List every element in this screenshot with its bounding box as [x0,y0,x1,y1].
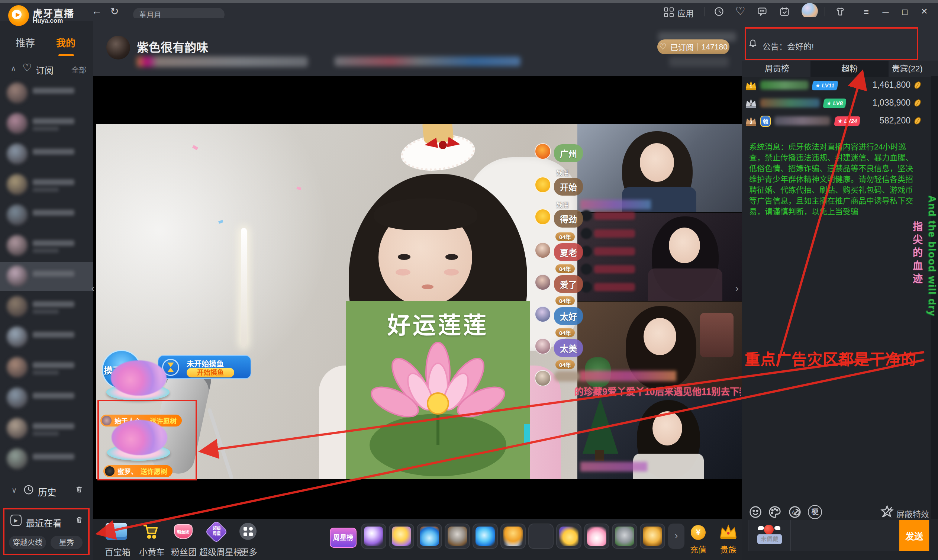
sidebar-stream-item[interactable] [0,231,93,260]
stream-avatar-blurred [7,235,28,256]
huya-logo-icon[interactable] [8,5,29,26]
sidebar-stream-item[interactable] [0,109,93,138]
rank-row-1[interactable]: 1 ★ LV11 1,461,800 [742,77,931,94]
noble-crown-icon[interactable] [719,523,738,540]
gift-slot-love-letter[interactable] [584,523,609,549]
sidebar-stream-item[interactable] [0,292,93,321]
collapse-chevron-icon[interactable]: ∧ [9,64,18,73]
more-tools-icon[interactable] [240,523,257,540]
yellow-cart-label[interactable]: 小黄车 [139,545,165,558]
fans-club-label[interactable]: 粉丝团 [171,545,197,558]
sidebar-collapse-handle[interactable]: ‹ [89,282,97,294]
stream-title: 紫色很有韵味 [137,38,208,55]
system-message: 系统消息：虎牙依法对直播内容进行24小时巡查，禁止传播违法违规、封建迷信、暴力血… [749,141,917,217]
fish-status-panel: 未开始摸鱼 开始摸鱼 [158,355,251,379]
gift-slot-rocket-pen[interactable] [528,523,554,549]
subscribe-all-link[interactable]: 全部 [71,64,86,75]
announcement-bell-icon [748,38,758,49]
sidebar-stream-item[interactable] [0,445,93,474]
start-fishing-button[interactable]: 开始摸鱼 [187,368,234,377]
watch-history-icon[interactable] [714,6,724,17]
guild-shield-badge: 领 [760,115,771,127]
sidebar-stream-item[interactable] [0,201,93,230]
more-tools-label[interactable]: 更多 [240,545,257,558]
apps-label[interactable]: 应用 [677,7,694,18]
fans-club-icon-text: 粉丝团 [177,529,190,535]
tab-mine[interactable]: 我的 [56,35,75,49]
sidebar-stream-item[interactable] [0,323,93,352]
super-week-star-label[interactable]: 超级周星榜 [199,545,242,558]
messages-icon[interactable] [757,6,767,17]
announcement-text: 公告：会好的! [763,40,814,52]
panel-collapse-handle[interactable]: › [733,282,741,294]
rank-row-2[interactable]: 2 ★ LV8 1,038,900 [742,95,931,112]
streamer-avatar[interactable] [106,36,130,60]
gift-slot-gold-bull[interactable] [500,523,526,549]
sidebar-stream-item[interactable] [0,262,93,291]
fans-club-icon[interactable]: 粉丝团 [174,524,192,539]
history-trash-icon[interactable] [75,485,83,494]
gift-banner-user: 蜜罗、 [117,466,138,476]
stream-name-blurred [33,240,74,246]
level-star: ★ [837,118,843,124]
sidebar-stream-item[interactable] [0,140,93,169]
treasure-chest-label[interactable]: 百宝箱 [105,545,131,558]
badge-not-worn-label: 未佩戴 [757,534,782,544]
recent-trash-icon[interactable] [75,515,83,524]
gift-slot-gold-fish[interactable] [640,523,665,549]
tab-super-fans[interactable]: 超粉 [827,61,872,77]
chat-avatar-tiger [535,209,551,225]
favorites-heart-icon[interactable]: ♡ [734,5,747,17]
stream-avatar-blurred [7,326,28,347]
recent-label[interactable]: 最近在看 [26,516,62,529]
history-expand-chevron-icon[interactable]: ∨ [10,486,18,495]
noble-label[interactable]: 贵族 [720,543,737,555]
close-button[interactable]: × [916,4,932,18]
send-button[interactable]: 发送 [900,520,929,551]
history-label[interactable]: 历史 [38,485,57,498]
recent-tag-crossfire[interactable]: 穿越火线 [9,536,46,549]
recent-tag-xingxiu[interactable]: 星秀 [51,536,83,549]
treasure-chest-icon[interactable] [106,523,127,540]
bronze-crown-icon: 3 [745,115,757,127]
gift-next-arrow[interactable]: › [668,523,684,549]
recharge-label[interactable]: 充值 [690,543,706,555]
chat-avatar-user [535,338,551,354]
subscribed-button[interactable]: ♡ 已订阅 147180 [657,39,729,54]
subscriber-count: 147180 [701,42,727,51]
refresh-icon[interactable]: ↻ [107,5,122,17]
back-icon[interactable]: ← [89,5,104,17]
sidebar-stream-item[interactable] [0,79,93,108]
tab-recommend[interactable]: 推荐 [15,35,35,49]
gift-slot-sleepy-moon[interactable] [556,523,581,549]
chat-bubble: 广州 [554,144,583,162]
sidebar-stream-item[interactable] [0,414,93,443]
week-star-rank-badge[interactable]: 周星榜 [330,528,357,548]
emoji-smiley-icon[interactable] [748,505,763,519]
gift-slot-magnet-gold[interactable] [389,523,414,549]
gift-slot-storm-dragon[interactable] [472,523,498,549]
fan-badge-slot[interactable]: 未佩戴 [748,520,791,551]
gift-slot-magnet-purple[interactable] [361,523,386,549]
block-effects-star-icon[interactable] [880,505,894,519]
gift-slot-ice-shield[interactable] [417,523,442,549]
recharge-yuan-icon[interactable]: ¥ [691,525,706,540]
font-style-icon[interactable]: A [788,505,802,519]
calendar-check-icon[interactable] [779,6,790,17]
rank-row-3[interactable]: 3 领 ★ LV24 582,200 [742,113,931,130]
gift-slot-hammer[interactable] [444,523,470,549]
sidebar-stream-item[interactable] [0,353,93,382]
tab-week-contribution[interactable]: 周贡榜 [753,61,801,77]
palette-sticker-icon[interactable] [768,505,782,519]
dress-up-shirt-icon[interactable] [835,6,846,17]
sidebar-stream-item[interactable] [0,384,93,413]
gift-slot-stone[interactable] [612,523,637,549]
apps-grid-icon[interactable] [664,8,674,17]
sidebar-stream-item[interactable] [0,170,93,199]
tab-vip[interactable]: 贵宾(22) [883,61,931,77]
announcement-bar[interactable] [742,17,938,61]
yellow-cart-icon[interactable] [142,523,159,540]
meme-icon[interactable]: 梗 [808,505,822,519]
block-effects-label[interactable]: 屏蔽特效 [896,508,929,520]
video-player[interactable]: 的珍藏9爱丫爱丫10后来遇见他11别去下我不管12所有 广州 残泪 开始 残泪 … [93,76,742,519]
